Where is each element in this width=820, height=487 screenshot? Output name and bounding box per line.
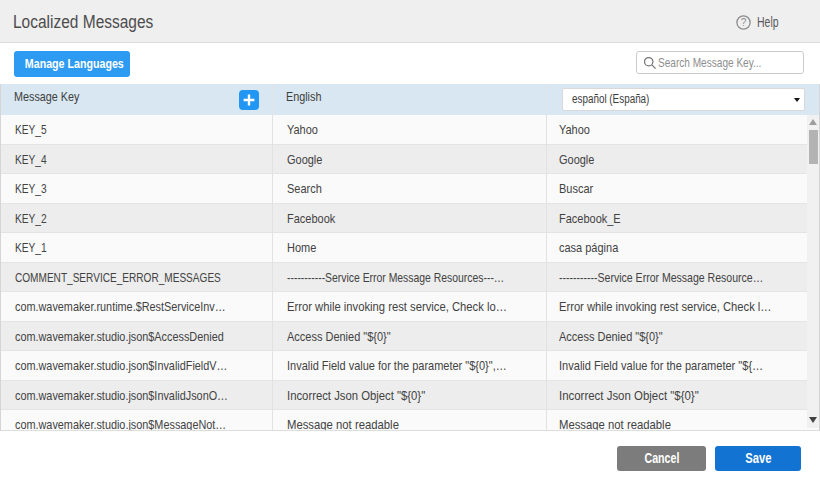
- svg-text:?: ?: [741, 17, 747, 28]
